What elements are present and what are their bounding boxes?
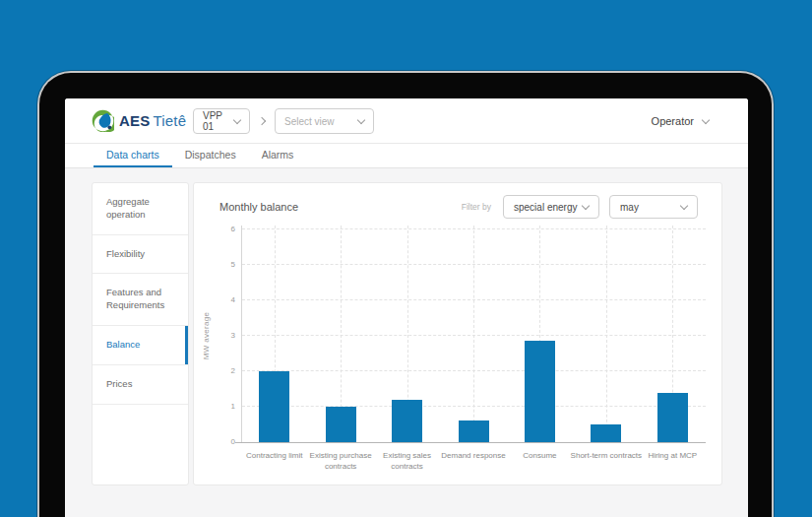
sidebar-item-balance[interactable]: Balance <box>93 326 188 365</box>
y-tick-label: 6 <box>216 225 235 233</box>
x-category-label: Demand response <box>435 450 512 461</box>
x-category-label: Hiring at MCP <box>634 450 711 461</box>
sidebar-item-flexibility[interactable]: Flexibility <box>93 235 188 275</box>
x-category-label: Contracting limit <box>236 450 313 461</box>
y-tick-label: 3 <box>216 331 235 340</box>
chevron-down-icon <box>357 115 365 123</box>
view-select-placeholder: Select view <box>284 116 335 127</box>
y-tick-label: 1 <box>216 402 235 411</box>
top-bar: AESTietê VPP 01 Select view Operator <box>65 98 748 144</box>
x-category-label: Consume <box>501 450 578 461</box>
panel-header: Monthly balance Filter by special energy… <box>194 183 721 219</box>
bar-existing-sales-contracts[interactable] <box>392 400 422 442</box>
tab-dispatches[interactable]: Dispatches <box>172 144 249 167</box>
sidebar-item-aggregate-operation[interactable]: Aggregate operation <box>93 183 188 235</box>
x-category-label: Existing purchase contracts <box>302 450 379 472</box>
operator-menu[interactable]: Operator <box>652 98 709 144</box>
y-axis-line <box>241 226 242 442</box>
brand-name-tiete: Tietê <box>153 112 186 129</box>
x-gridline <box>606 226 607 442</box>
chevron-down-icon <box>233 115 241 123</box>
sidebar-item-prices[interactable]: Prices <box>93 365 188 405</box>
brand-name: AESTietê <box>119 112 186 129</box>
y-tick-label: 5 <box>216 260 235 269</box>
page-background: { "colors": { "page_bg": "#0b76b4", "acc… <box>0 0 812 517</box>
vpp-select-value: VPP 01 <box>203 110 234 132</box>
y-tick-label: 2 <box>216 366 235 375</box>
bar-chart-plot: MW average 0123456Contracting limitExist… <box>241 229 706 442</box>
sidebar-item-features-and-requirements[interactable]: Features and Requirements <box>93 274 188 326</box>
energy-filter-select[interactable]: special energy <box>503 195 599 219</box>
view-select[interactable]: Select view <box>275 108 374 134</box>
bar-consume[interactable] <box>525 341 555 442</box>
x-category-label: Existing sales contracts <box>369 450 446 472</box>
chart-title: Monthly balance <box>219 201 298 213</box>
y-tick-label: 4 <box>216 295 235 304</box>
vpp-select[interactable]: VPP 01 <box>193 108 250 134</box>
month-filter-select[interactable]: may <box>609 195 698 219</box>
tab-bar: Data chartsDispatchesAlarms <box>65 144 748 168</box>
x-category-label: Short-term contracts <box>568 450 645 461</box>
brand-logo: AESTietê <box>92 109 186 132</box>
brand-name-aes: AES <box>119 112 150 129</box>
bar-demand-response[interactable] <box>459 420 489 442</box>
tablet-bezel: AESTietê VPP 01 Select view Operator Dat… <box>37 71 774 517</box>
filter-by-label: Filter by <box>462 202 491 212</box>
x-axis-line <box>235 442 706 443</box>
content-area: Aggregate operationFlexibilityFeatures a… <box>65 168 748 517</box>
bar-existing-purchase-contracts[interactable] <box>326 407 356 442</box>
aes-logo-icon <box>92 109 114 132</box>
x-gridline <box>473 226 474 442</box>
chart-panel: Monthly balance Filter by special energy… <box>193 182 722 485</box>
sidebar: Aggregate operationFlexibilityFeatures a… <box>92 182 189 485</box>
y-axis-label: MW average <box>202 312 211 359</box>
bar-hiring-at-mcp[interactable] <box>657 393 688 442</box>
bar-contracting-limit[interactable] <box>259 371 289 442</box>
y-tick-label: 0 <box>216 437 235 446</box>
operator-label: Operator <box>652 115 694 127</box>
month-filter-value: may <box>620 202 639 213</box>
chevron-down-icon <box>582 201 590 209</box>
app-screen: AESTietê VPP 01 Select view Operator Dat… <box>65 98 748 517</box>
tab-data-charts[interactable]: Data charts <box>94 144 172 167</box>
chevron-right-icon <box>258 117 266 125</box>
tab-alarms[interactable]: Alarms <box>249 144 307 167</box>
energy-filter-value: special energy <box>514 202 577 213</box>
chevron-down-icon <box>702 115 710 123</box>
filter-group: Filter by special energy may <box>462 195 698 219</box>
bar-short-term-contracts[interactable] <box>591 424 621 442</box>
chevron-down-icon <box>680 201 688 209</box>
